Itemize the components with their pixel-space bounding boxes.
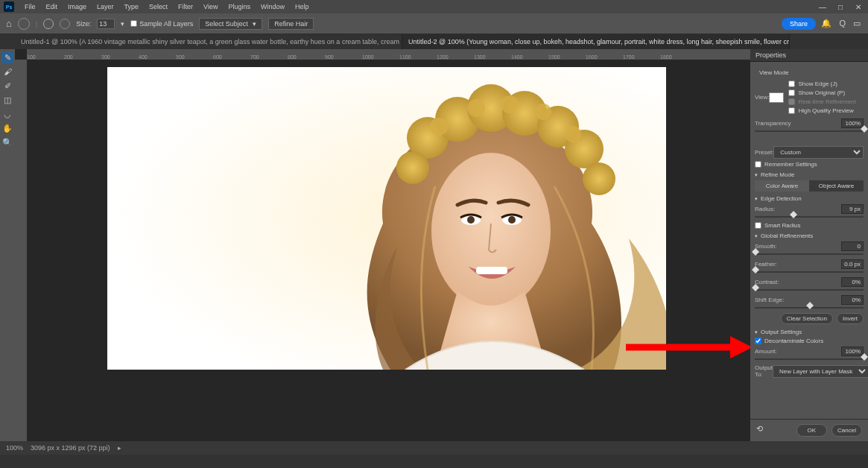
size-dropdown-icon[interactable]: ▾: [121, 20, 124, 28]
canvas-area[interactable]: 1002003004005006007008009001000110012001…: [15, 49, 750, 441]
invert-button[interactable]: Invert: [837, 313, 864, 324]
menu-plugins[interactable]: Plugins: [224, 1, 255, 12]
menu-type[interactable]: Type: [120, 1, 144, 12]
svg-rect-6: [476, 267, 507, 274]
contrast-label: Contrast:: [755, 279, 779, 285]
menu-view[interactable]: View: [199, 1, 222, 12]
contrast-slider[interactable]: [755, 289, 864, 291]
shift-edge-label: Shift Edge:: [755, 297, 784, 303]
menu-window[interactable]: Window: [256, 1, 289, 12]
left-toolbar: ✎ 🖌 ✐ ◫ ◡ ✋ 🔍: [0, 49, 15, 441]
feather-label: Feather:: [755, 261, 777, 268]
transparency-slider[interactable]: [755, 130, 864, 132]
high-quality-preview-checkbox[interactable]: High Quality Preview: [788, 107, 864, 114]
object-aware-button[interactable]: Object Aware: [809, 180, 864, 192]
svg-point-16: [467, 99, 485, 117]
search-icon[interactable]: Q: [839, 19, 846, 28]
menu-select[interactable]: Select: [145, 1, 172, 12]
smooth-input[interactable]: [841, 241, 864, 251]
show-original-checkbox[interactable]: Show Original (P): [788, 89, 864, 96]
feather-slider[interactable]: [755, 271, 864, 273]
remember-settings-checkbox[interactable]: Remember Settings: [755, 161, 864, 168]
menu-edit[interactable]: Edit: [42, 1, 63, 12]
brush-size-input[interactable]: [97, 19, 115, 29]
smooth-slider[interactable]: [755, 253, 864, 255]
notification-icon[interactable]: 🔔: [821, 19, 831, 28]
add-brush-icon[interactable]: [43, 19, 54, 29]
subtract-brush-icon[interactable]: [60, 19, 70, 29]
radius-label: Radius:: [755, 206, 775, 212]
share-button[interactable]: Share: [782, 18, 816, 30]
svg-point-18: [535, 104, 551, 120]
svg-point-14: [396, 151, 429, 184]
view-label: View:: [755, 94, 769, 101]
view-thumbnail[interactable]: [769, 92, 784, 103]
select-subject-button[interactable]: Select Subject ▾: [199, 18, 262, 30]
zoom-level[interactable]: 100%: [6, 444, 23, 452]
refine-mode-header[interactable]: ▾Refine Mode: [755, 171, 864, 178]
smart-radius-checkbox[interactable]: Smart Radius: [755, 222, 864, 229]
document-canvas[interactable]: [107, 67, 666, 370]
portrait-image: [107, 67, 666, 370]
brush-preview-icon[interactable]: [18, 18, 30, 30]
color-aware-button[interactable]: Color Aware: [755, 180, 809, 192]
show-edge-checkbox[interactable]: Show Edge (J): [788, 80, 864, 87]
shift-edge-input[interactable]: [841, 295, 864, 305]
view-mode-header: View Mode: [759, 69, 864, 76]
radius-input[interactable]: [841, 204, 864, 214]
home-icon[interactable]: ⌂: [6, 18, 12, 29]
transparency-input[interactable]: [841, 118, 864, 128]
svg-point-19: [565, 126, 581, 142]
size-label: Size:: [76, 20, 91, 28]
document-tab-2[interactable]: Untitled-2 @ 100% (Young woman, close up…: [402, 34, 790, 49]
document-tabs: Untitled-1 @ 100% (A 1960 vintage metall…: [0, 34, 868, 49]
app-icon: Ps: [4, 1, 14, 12]
amount-input[interactable]: [841, 347, 864, 356]
realtime-refinement-checkbox: Real-time Refinement: [788, 98, 864, 105]
svg-point-15: [430, 118, 448, 136]
minimize-icon[interactable]: —: [817, 3, 829, 11]
doc-info[interactable]: 3096 px x 1296 px (72 ppi): [31, 444, 110, 452]
object-select-tool[interactable]: ◫: [1, 94, 13, 106]
output-settings-header[interactable]: ▾Output Settings: [755, 329, 864, 335]
hand-tool[interactable]: ✋: [1, 122, 13, 134]
properties-tab[interactable]: Properties: [750, 49, 868, 62]
quick-select-tool[interactable]: ✎: [1, 51, 13, 63]
lasso-tool[interactable]: ◡: [1, 108, 13, 120]
cancel-button[interactable]: Cancel: [831, 424, 862, 437]
options-bar: ⌂ | Size: ▾ Sample All Layers Select Sub…: [0, 13, 868, 34]
maximize-icon[interactable]: □: [834, 3, 846, 11]
transparency-label: Transparency: [755, 120, 791, 127]
menu-help[interactable]: Help: [291, 1, 314, 12]
workspace-icon[interactable]: ▭: [853, 19, 861, 28]
menu-filter[interactable]: Filter: [174, 1, 197, 12]
document-tab-1[interactable]: Untitled-1 @ 100% (A 1960 vintage metall…: [15, 34, 402, 49]
decontaminate-colors-checkbox[interactable]: Decontaminate Colors: [755, 338, 864, 344]
menu-file[interactable]: File: [20, 1, 40, 12]
close-icon[interactable]: ✕: [852, 3, 864, 11]
preset-select[interactable]: Custom: [773, 146, 864, 159]
refine-hair-button[interactable]: Refine Hair: [268, 18, 314, 30]
refine-mode-toggle[interactable]: Color Aware Object Aware: [755, 180, 864, 192]
amount-slider[interactable]: [755, 358, 864, 360]
global-refinements-header[interactable]: ▾Global Refinements: [755, 233, 864, 239]
ok-button[interactable]: OK: [796, 424, 828, 437]
ruler-horizontal: 1002003004005006007008009001000110012001…: [27, 49, 750, 60]
sample-all-layers-checkbox[interactable]: Sample All Layers: [130, 20, 193, 28]
contrast-input[interactable]: [841, 277, 864, 287]
menu-image[interactable]: Image: [63, 1, 91, 12]
edge-detection-header[interactable]: ▾Edge Detection: [755, 195, 864, 202]
doc-info-dropdown-icon[interactable]: ▸: [118, 444, 121, 452]
output-to-select[interactable]: New Layer with Layer Mask: [773, 365, 868, 378]
reset-icon[interactable]: ⟲: [756, 424, 763, 437]
feather-input[interactable]: [841, 259, 864, 269]
refine-edge-brush-tool[interactable]: 🖌: [1, 66, 13, 78]
brush-tool[interactable]: ✐: [1, 80, 13, 92]
preset-label: Preset:: [755, 149, 773, 156]
clear-selection-button[interactable]: Clear Selection: [781, 313, 833, 324]
radius-slider[interactable]: [755, 216, 864, 218]
amount-label: Amount:: [755, 348, 777, 355]
menu-layer[interactable]: Layer: [92, 1, 118, 12]
zoom-tool[interactable]: 🔍: [1, 136, 13, 148]
shift-edge-slider[interactable]: [755, 307, 864, 309]
